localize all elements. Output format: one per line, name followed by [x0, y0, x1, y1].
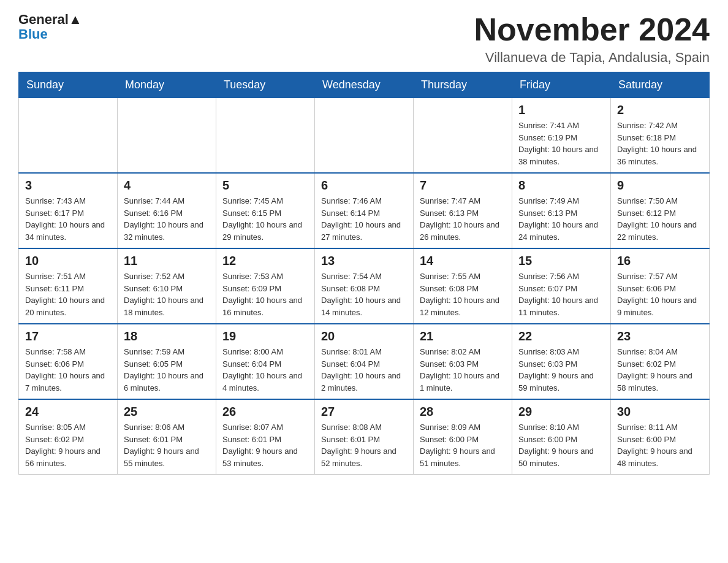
day-info: Sunrise: 8:05 AM Sunset: 6:02 PM Dayligh… [25, 421, 111, 469]
logo: General▲ Blue [18, 12, 82, 42]
calendar-cell: 15Sunrise: 7:56 AM Sunset: 6:07 PM Dayli… [512, 248, 611, 324]
calendar-cell: 4Sunrise: 7:44 AM Sunset: 6:16 PM Daylig… [118, 173, 216, 248]
calendar-cell: 19Sunrise: 8:00 AM Sunset: 6:04 PM Dayli… [216, 324, 315, 399]
calendar-cell: 25Sunrise: 8:06 AM Sunset: 6:01 PM Dayli… [118, 399, 216, 475]
weekday-header-monday: Monday [118, 72, 216, 98]
calendar-cell: 2Sunrise: 7:42 AM Sunset: 6:18 PM Daylig… [611, 98, 710, 174]
day-info: Sunrise: 7:49 AM Sunset: 6:13 PM Dayligh… [518, 195, 604, 243]
calendar-cell: 5Sunrise: 7:45 AM Sunset: 6:15 PM Daylig… [216, 173, 315, 248]
calendar-cell: 30Sunrise: 8:11 AM Sunset: 6:00 PM Dayli… [611, 399, 710, 475]
calendar-cell: 6Sunrise: 7:46 AM Sunset: 6:14 PM Daylig… [315, 173, 414, 248]
weekday-header-tuesday: Tuesday [216, 72, 315, 98]
calendar-cell: 1Sunrise: 7:41 AM Sunset: 6:19 PM Daylig… [512, 98, 611, 174]
day-info: Sunrise: 8:03 AM Sunset: 6:03 PM Dayligh… [518, 346, 604, 394]
calendar-cell [414, 98, 512, 174]
calendar-cell: 24Sunrise: 8:05 AM Sunset: 6:02 PM Dayli… [19, 399, 118, 475]
day-info: Sunrise: 8:04 AM Sunset: 6:02 PM Dayligh… [617, 346, 703, 394]
weekday-header-thursday: Thursday [414, 72, 512, 98]
day-number: 2 [617, 103, 703, 117]
week-row-4: 17Sunrise: 7:58 AM Sunset: 6:06 PM Dayli… [19, 324, 710, 399]
day-number: 8 [518, 178, 604, 193]
day-info: Sunrise: 7:57 AM Sunset: 6:06 PM Dayligh… [617, 270, 703, 318]
day-number: 15 [518, 254, 604, 268]
title-area: November 2024 Villanueva de Tapia, Andal… [474, 12, 710, 66]
day-number: 19 [222, 329, 308, 343]
weekday-header-sunday: Sunday [19, 72, 118, 98]
calendar-cell: 3Sunrise: 7:43 AM Sunset: 6:17 PM Daylig… [19, 173, 118, 248]
weekday-header-row: SundayMondayTuesdayWednesdayThursdayFrid… [19, 72, 710, 98]
day-number: 7 [420, 178, 506, 193]
calendar-cell: 23Sunrise: 8:04 AM Sunset: 6:02 PM Dayli… [611, 324, 710, 399]
calendar-cell: 12Sunrise: 7:53 AM Sunset: 6:09 PM Dayli… [216, 248, 315, 324]
calendar-cell: 7Sunrise: 7:47 AM Sunset: 6:13 PM Daylig… [414, 173, 512, 248]
calendar-cell [19, 98, 118, 174]
day-number: 18 [124, 329, 210, 343]
day-info: Sunrise: 8:08 AM Sunset: 6:01 PM Dayligh… [321, 421, 407, 469]
day-info: Sunrise: 7:46 AM Sunset: 6:14 PM Dayligh… [321, 195, 407, 243]
week-row-5: 24Sunrise: 8:05 AM Sunset: 6:02 PM Dayli… [19, 399, 710, 475]
day-info: Sunrise: 7:43 AM Sunset: 6:17 PM Dayligh… [25, 195, 111, 243]
calendar-cell [118, 98, 216, 174]
calendar-cell: 14Sunrise: 7:55 AM Sunset: 6:08 PM Dayli… [414, 248, 512, 324]
weekday-header-wednesday: Wednesday [315, 72, 414, 98]
day-number: 13 [321, 254, 407, 268]
logo-text: General▲ Blue [18, 12, 82, 42]
calendar-cell: 18Sunrise: 7:59 AM Sunset: 6:05 PM Dayli… [118, 324, 216, 399]
day-info: Sunrise: 7:54 AM Sunset: 6:08 PM Dayligh… [321, 270, 407, 318]
calendar-cell: 28Sunrise: 8:09 AM Sunset: 6:00 PM Dayli… [414, 399, 512, 475]
day-number: 23 [617, 329, 703, 343]
day-number: 22 [518, 329, 604, 343]
week-row-1: 1Sunrise: 7:41 AM Sunset: 6:19 PM Daylig… [19, 98, 710, 174]
day-info: Sunrise: 7:59 AM Sunset: 6:05 PM Dayligh… [124, 346, 210, 394]
day-number: 3 [25, 178, 111, 193]
day-number: 27 [321, 405, 407, 419]
day-info: Sunrise: 7:45 AM Sunset: 6:15 PM Dayligh… [222, 195, 308, 243]
day-number: 26 [222, 405, 308, 419]
calendar-cell: 11Sunrise: 7:52 AM Sunset: 6:10 PM Dayli… [118, 248, 216, 324]
day-info: Sunrise: 7:44 AM Sunset: 6:16 PM Dayligh… [124, 195, 210, 243]
calendar-cell [216, 98, 315, 174]
location-title: Villanueva de Tapia, Andalusia, Spain [474, 50, 710, 66]
day-info: Sunrise: 8:01 AM Sunset: 6:04 PM Dayligh… [321, 346, 407, 394]
day-info: Sunrise: 8:00 AM Sunset: 6:04 PM Dayligh… [222, 346, 308, 394]
day-number: 24 [25, 405, 111, 419]
month-title: November 2024 [474, 12, 710, 47]
day-number: 20 [321, 329, 407, 343]
day-info: Sunrise: 8:06 AM Sunset: 6:01 PM Dayligh… [124, 421, 210, 469]
day-number: 17 [25, 329, 111, 343]
day-info: Sunrise: 8:11 AM Sunset: 6:00 PM Dayligh… [617, 421, 703, 469]
day-number: 12 [222, 254, 308, 268]
day-number: 25 [124, 405, 210, 419]
day-number: 28 [420, 405, 506, 419]
day-number: 10 [25, 254, 111, 268]
calendar-cell: 21Sunrise: 8:02 AM Sunset: 6:03 PM Dayli… [414, 324, 512, 399]
day-number: 21 [420, 329, 506, 343]
calendar-table: SundayMondayTuesdayWednesdayThursdayFrid… [18, 72, 710, 475]
calendar-cell: 13Sunrise: 7:54 AM Sunset: 6:08 PM Dayli… [315, 248, 414, 324]
day-info: Sunrise: 7:55 AM Sunset: 6:08 PM Dayligh… [420, 270, 506, 318]
calendar-cell: 27Sunrise: 8:08 AM Sunset: 6:01 PM Dayli… [315, 399, 414, 475]
page-header: General▲ Blue November 2024 Villanueva d… [18, 12, 710, 66]
day-info: Sunrise: 7:41 AM Sunset: 6:19 PM Dayligh… [518, 120, 604, 167]
day-info: Sunrise: 7:51 AM Sunset: 6:11 PM Dayligh… [25, 270, 111, 318]
day-info: Sunrise: 8:10 AM Sunset: 6:00 PM Dayligh… [518, 421, 604, 469]
day-info: Sunrise: 7:58 AM Sunset: 6:06 PM Dayligh… [25, 346, 111, 394]
day-number: 1 [518, 103, 604, 117]
day-number: 29 [518, 405, 604, 419]
week-row-3: 10Sunrise: 7:51 AM Sunset: 6:11 PM Dayli… [19, 248, 710, 324]
calendar-cell [315, 98, 414, 174]
day-info: Sunrise: 7:52 AM Sunset: 6:10 PM Dayligh… [124, 270, 210, 318]
day-info: Sunrise: 8:02 AM Sunset: 6:03 PM Dayligh… [420, 346, 506, 394]
day-info: Sunrise: 7:53 AM Sunset: 6:09 PM Dayligh… [222, 270, 308, 318]
day-info: Sunrise: 7:47 AM Sunset: 6:13 PM Dayligh… [420, 195, 506, 243]
week-row-2: 3Sunrise: 7:43 AM Sunset: 6:17 PM Daylig… [19, 173, 710, 248]
day-info: Sunrise: 8:07 AM Sunset: 6:01 PM Dayligh… [222, 421, 308, 469]
calendar-cell: 8Sunrise: 7:49 AM Sunset: 6:13 PM Daylig… [512, 173, 611, 248]
logo-general: General [18, 12, 69, 27]
calendar-cell: 29Sunrise: 8:10 AM Sunset: 6:00 PM Dayli… [512, 399, 611, 475]
day-number: 6 [321, 178, 407, 193]
calendar-cell: 17Sunrise: 7:58 AM Sunset: 6:06 PM Dayli… [19, 324, 118, 399]
day-number: 30 [617, 405, 703, 419]
day-info: Sunrise: 7:56 AM Sunset: 6:07 PM Dayligh… [518, 270, 604, 318]
day-info: Sunrise: 7:42 AM Sunset: 6:18 PM Dayligh… [617, 120, 703, 167]
